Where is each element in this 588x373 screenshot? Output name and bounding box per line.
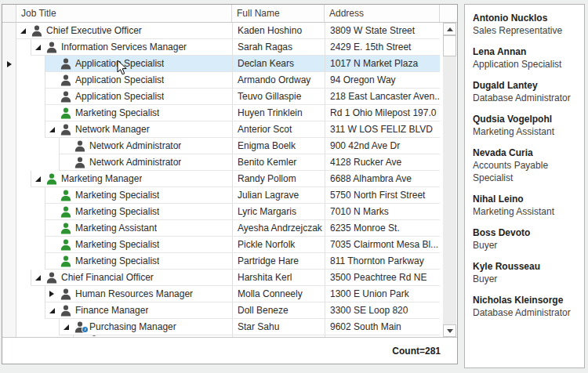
expand-glyph-box[interactable]: [60, 324, 72, 330]
full-name-cell[interactable]: Doll Beneze: [232, 302, 325, 319]
address-cell[interactable]: 218 East Lancaster Aven...: [325, 89, 440, 105]
table-row[interactable]: Network Manager Anterior Scot 311 W LOS …: [2, 121, 457, 138]
scroll-down-button[interactable]: [443, 324, 456, 337]
address-cell[interactable]: 3809 W State Street: [325, 23, 440, 39]
table-row[interactable]: Marketing Specialist Huyen Trinklein Rd …: [2, 105, 457, 121]
job-title-cell[interactable]: Application Specialist: [45, 72, 232, 89]
row-indicator-cell: [2, 23, 16, 39]
full-name-cell[interactable]: Lyric Margaris: [232, 204, 325, 220]
full-name-cell[interactable]: Benito Kemler: [232, 154, 325, 171]
job-title-cell[interactable]: Marketing Specialist: [45, 187, 232, 204]
job-title-cell[interactable]: Network Manager: [45, 121, 232, 138]
job-title-cell[interactable]: Application Specialist: [45, 56, 232, 72]
full-name-cell[interactable]: Randy Pollom: [232, 171, 325, 187]
table-row[interactable]: Application Specialist Declan Kears 1017…: [2, 56, 457, 72]
full-name-cell[interactable]: Pickle Norfolk: [232, 237, 325, 253]
job-title-cell[interactable]: Network Administrator: [59, 138, 232, 154]
table-row[interactable]: Application Specialist Teuvo Gillaspie 2…: [2, 89, 457, 105]
job-title-cell[interactable]: Network Administrator: [59, 154, 232, 171]
full-name-cell[interactable]: Molla Conneely: [232, 286, 325, 302]
scrollbar-thumb[interactable]: [443, 35, 456, 56]
table-row[interactable]: Marketing Specialist Lyric Margaris 7010…: [2, 204, 457, 220]
job-title-cell[interactable]: Finance Manager: [45, 302, 232, 319]
table-row[interactable]: Marketing Specialist Julian Lagrave 5750…: [2, 187, 457, 204]
column-header-full-name[interactable]: Full Name: [232, 5, 325, 22]
job-title-cell[interactable]: Chief Financial Officer: [31, 270, 232, 286]
expand-glyph-box[interactable]: [31, 45, 44, 50]
expand-glyph-box[interactable]: [45, 308, 58, 313]
table-row[interactable]: Marketing Assistant Ayesha Andrzejczak 6…: [2, 220, 457, 237]
address-cell[interactable]: 811 Thornton Parkway: [325, 253, 440, 270]
job-title-cell[interactable]: Application Specialist: [45, 89, 232, 105]
address-cell[interactable]: 3300 SE Loop 820: [325, 302, 440, 319]
address-cell[interactable]: 2429 E. 15th Street: [325, 39, 440, 56]
table-row[interactable]: Information Services Manager Sarah Ragas…: [2, 39, 457, 56]
address-cell[interactable]: 6235 Monroe St.: [325, 220, 440, 237]
expand-glyph-box[interactable]: [16, 28, 29, 34]
job-title-cell[interactable]: Marketing Specialist: [45, 237, 232, 253]
address-cell[interactable]: 1300 E Union Park: [325, 286, 440, 302]
vertical-scrollbar[interactable]: [443, 23, 456, 337]
full-name-cell[interactable]: Enigma Boelk: [232, 138, 325, 154]
job-title-cell[interactable]: Marketing Specialist: [45, 253, 232, 270]
job-title-cell[interactable]: [73, 335, 232, 337]
address-cell[interactable]: 7035 Clairmont Mesa Bl...: [325, 237, 440, 253]
address-cell[interactable]: 1017 N Market Plaza: [325, 56, 440, 72]
table-row[interactable]: Marketing Specialist Partridge Hare 811 …: [2, 253, 457, 270]
job-title-cell[interactable]: Information Services Manager: [31, 39, 232, 56]
full-name-cell[interactable]: Teuvo Gillaspie: [232, 89, 325, 105]
address-cell[interactable]: 5750 North First Street: [325, 187, 440, 204]
address-cell[interactable]: 3500 Peachtree Rd NE: [325, 270, 440, 286]
table-row[interactable]: Human Resources Manager Molla Conneely 1…: [2, 286, 457, 302]
full-name-cell[interactable]: Sarah Ragas: [232, 39, 325, 56]
full-name-cell[interactable]: Harshita Kerl: [232, 270, 325, 286]
full-name-cell[interactable]: Armando Ordway: [232, 72, 325, 89]
expand-glyph-box[interactable]: [31, 176, 44, 182]
full-name-cell[interactable]: Kaden Hoshino: [232, 23, 325, 39]
address-cell[interactable]: 9602 South Main: [325, 319, 440, 335]
expand-glyph-box[interactable]: [31, 275, 44, 281]
expand-glyph-box[interactable]: [45, 291, 58, 297]
full-name-cell[interactable]: Julian Lagrave: [232, 187, 325, 204]
full-name-cell[interactable]: Ayesha Andrzejczak: [232, 220, 325, 237]
full-name-cell[interactable]: Huyen Trinklein: [232, 105, 325, 121]
row-indicator-cell: [2, 335, 16, 337]
job-title-cell[interactable]: Marketing Manager: [31, 171, 232, 187]
table-row[interactable]: Network Administrator Enigma Boelk 900 4…: [2, 138, 457, 154]
address-cell[interactable]: 6688 Alhambra Ave: [325, 171, 440, 187]
partial-row[interactable]: [2, 335, 457, 337]
job-title-cell[interactable]: Marketing Specialist: [45, 105, 232, 121]
address-cell[interactable]: [325, 335, 440, 337]
table-row[interactable]: i Purchasing Manager Star Sahu 9602 Sout…: [2, 319, 457, 335]
list-item: Dugald Lantey Database Administrator: [473, 79, 576, 104]
address-cell[interactable]: 4128 Rucker Ave: [325, 154, 440, 171]
table-row[interactable]: Marketing Manager Randy Pollom 6688 Alha…: [2, 171, 457, 187]
table-row[interactable]: Application Specialist Armando Ordway 94…: [2, 72, 457, 89]
table-row[interactable]: Network Administrator Benito Kemler 4128…: [2, 154, 457, 171]
column-header-job-title[interactable]: Job Title: [16, 5, 232, 22]
table-row[interactable]: Marketing Specialist Pickle Norfolk 7035…: [2, 237, 457, 253]
column-header-address[interactable]: Address: [325, 5, 440, 22]
table-row[interactable]: Chief Financial Officer Harshita Kerl 35…: [2, 270, 457, 286]
address-cell[interactable]: 94 Oregon Way: [325, 72, 440, 89]
full-name-cell[interactable]: Declan Kears: [232, 56, 325, 72]
job-title-cell[interactable]: Human Resources Manager: [45, 286, 232, 302]
address-cell[interactable]: 311 W LOS FELIZ BLVD: [325, 121, 440, 138]
scroll-up-button[interactable]: [443, 23, 456, 35]
job-title-cell[interactable]: Chief Executive Officer: [16, 23, 232, 39]
list-item: Boss Devoto Buyer: [473, 226, 576, 252]
address-cell[interactable]: Rd 1 Ohio Milepost 197.0: [325, 105, 440, 121]
full-name-cell[interactable]: Star Sahu: [232, 319, 325, 335]
table-row[interactable]: Chief Executive Officer Kaden Hoshino 38…: [2, 23, 457, 39]
job-title-cell[interactable]: i Purchasing Manager: [59, 319, 232, 335]
job-title-cell[interactable]: Marketing Assistant: [45, 220, 232, 237]
full-name-cell[interactable]: [232, 335, 325, 337]
person-green-icon: [58, 223, 74, 234]
full-name-cell[interactable]: Partridge Hare: [232, 253, 325, 270]
job-title-cell[interactable]: Marketing Specialist: [45, 204, 232, 220]
table-row[interactable]: Finance Manager Doll Beneze 3300 SE Loop…: [2, 302, 457, 319]
address-cell[interactable]: 7010 N Marks: [325, 204, 440, 220]
address-cell[interactable]: 900 42nd Ave Dr: [325, 138, 440, 154]
expand-glyph-box[interactable]: [45, 127, 58, 132]
full-name-cell[interactable]: Anterior Scot: [232, 121, 325, 138]
